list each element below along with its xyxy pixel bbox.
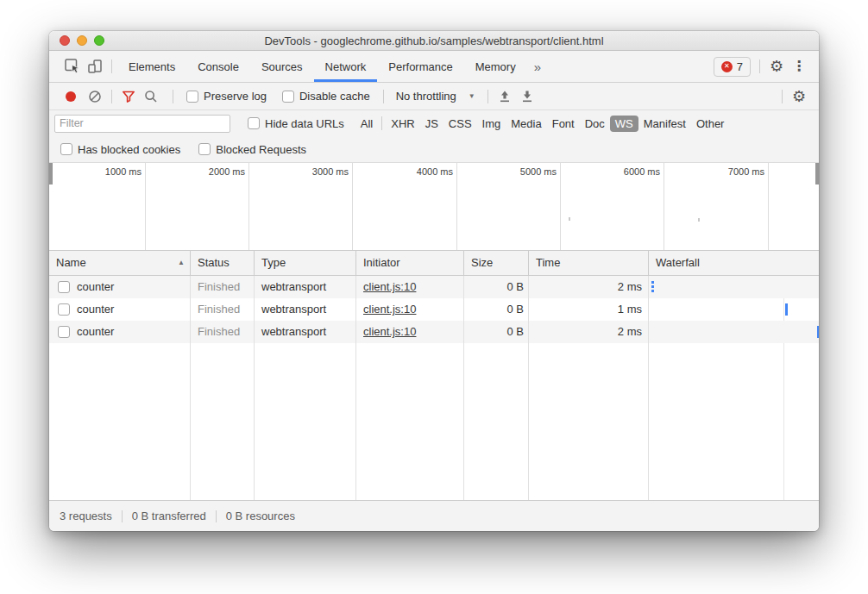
request-waterfall-cell <box>649 298 819 321</box>
filter-funnel-icon <box>122 90 135 103</box>
tab-sources[interactable]: Sources <box>250 52 314 82</box>
row-checkbox[interactable] <box>58 326 70 338</box>
hide-data-urls-checkbox[interactable]: Hide data URLs <box>248 117 344 130</box>
inspect-element-button[interactable] <box>61 55 84 78</box>
clear-button[interactable] <box>84 85 106 108</box>
row-checkbox[interactable] <box>58 303 70 316</box>
column-divider[interactable] <box>355 276 356 500</box>
has-blocked-cookies-checkbox[interactable]: Has blocked cookies <box>60 143 180 156</box>
filter-type-font[interactable]: Font <box>547 116 580 132</box>
request-time-cell: 1 ms <box>529 298 649 321</box>
filter-type-manifest[interactable]: Manifest <box>638 116 691 132</box>
request-mark <box>569 217 570 221</box>
column-divider[interactable] <box>190 276 191 500</box>
tab-performance[interactable]: Performance <box>377 52 463 82</box>
waterfall-bar[interactable] <box>817 326 819 338</box>
table-row[interactable]: counter Finished webtransport client.js:… <box>49 321 819 343</box>
search-icon <box>144 90 158 103</box>
request-time-cell: 2 ms <box>529 321 649 343</box>
filter-type-other[interactable]: Other <box>691 116 730 132</box>
device-toolbar-icon <box>86 58 104 75</box>
row-checkbox[interactable] <box>58 281 70 293</box>
initiator-link[interactable]: client.js:10 <box>363 303 416 316</box>
column-header-waterfall[interactable]: Waterfall <box>649 251 819 275</box>
column-divider[interactable] <box>528 276 529 500</box>
record-button[interactable] <box>66 91 76 102</box>
blocked-requests-checkbox[interactable]: Blocked Requests <box>198 143 306 156</box>
waterfall-bar[interactable] <box>785 303 788 316</box>
tick-label: 2000 ms <box>171 166 245 177</box>
filter-input[interactable] <box>54 115 230 133</box>
network-overview-timeline[interactable]: 1000 ms 2000 ms 3000 ms 4000 ms 5000 ms … <box>49 163 819 251</box>
column-divider[interactable] <box>648 276 649 500</box>
main-menu-button[interactable]: ⋮ <box>788 55 810 78</box>
minimize-window-button[interactable] <box>77 35 87 46</box>
gridline <box>456 163 457 250</box>
table-row[interactable]: counter Finished webtransport client.js:… <box>49 298 819 321</box>
hide-data-urls-label: Hide data URLs <box>265 117 344 130</box>
column-header-time[interactable]: Time <box>529 251 649 275</box>
waterfall-bar[interactable] <box>651 281 654 293</box>
tab-console[interactable]: Console <box>186 52 250 82</box>
summary-status-bar: 3 requests 0 B transferred 0 B resources <box>49 500 819 531</box>
filter-type-doc[interactable]: Doc <box>580 116 610 132</box>
blocked-requests-label: Blocked Requests <box>216 143 306 156</box>
filter-type-ws[interactable]: WS <box>610 116 638 132</box>
close-window-button[interactable] <box>60 35 70 46</box>
request-type-cell: webtransport <box>255 321 356 343</box>
settings-button[interactable]: ⚙ <box>765 55 788 78</box>
tab-network[interactable]: Network <box>314 52 378 82</box>
devtools-window: DevTools - googlechrome.github.io/sample… <box>49 31 819 531</box>
request-size-cell: 0 B <box>464 298 529 321</box>
column-header-initiator[interactable]: Initiator <box>356 251 464 275</box>
request-initiator-cell: client.js:10 <box>356 298 464 321</box>
gridline <box>664 163 664 250</box>
filter-type-js[interactable]: JS <box>420 116 443 132</box>
device-toolbar-button[interactable] <box>84 55 106 78</box>
column-divider[interactable] <box>463 276 464 500</box>
chevron-down-icon: ▼ <box>469 92 475 100</box>
overview-right-handle[interactable] <box>815 163 819 184</box>
search-button[interactable] <box>140 85 162 108</box>
divider <box>111 59 112 73</box>
column-header-name[interactable]: Name ▲ <box>49 251 191 275</box>
filter-type-css[interactable]: CSS <box>443 116 477 132</box>
tick-label: 6000 ms <box>586 166 660 177</box>
filter-bar: Hide data URLs All XHR JS CSS Img Media … <box>49 110 819 136</box>
tick-label: 7000 ms <box>690 166 764 177</box>
initiator-link[interactable]: client.js:10 <box>363 325 416 338</box>
filter-type-img[interactable]: Img <box>477 116 506 132</box>
zoom-window-button[interactable] <box>94 35 104 46</box>
tab-elements[interactable]: Elements <box>117 52 186 82</box>
disable-cache-checkbox[interactable]: Disable cache <box>282 90 370 103</box>
divider <box>173 90 173 103</box>
divider <box>381 116 382 130</box>
tab-memory[interactable]: Memory <box>464 52 527 82</box>
requests-count: 3 requests <box>60 510 112 522</box>
filter-type-xhr[interactable]: XHR <box>386 116 419 132</box>
initiator-link[interactable]: client.js:10 <box>363 280 416 293</box>
more-tabs-button[interactable]: » <box>527 59 548 74</box>
requests-table-header: Name ▲ Status Type Initiator Size Time W… <box>49 251 819 276</box>
filter-type-media[interactable]: Media <box>506 116 546 132</box>
error-badge[interactable]: ✕ 7 <box>714 57 751 77</box>
divider <box>759 59 760 73</box>
tick-label: 5000 ms <box>482 166 557 177</box>
filter-toggle-button[interactable] <box>117 85 140 108</box>
request-initiator-cell: client.js:10 <box>356 276 464 298</box>
table-row[interactable]: counter Finished webtransport client.js:… <box>49 276 819 298</box>
request-name-cell: counter <box>49 276 191 298</box>
filter-type-all[interactable]: All <box>355 116 378 132</box>
export-har-button[interactable] <box>516 85 538 108</box>
preserve-log-checkbox[interactable]: Preserve log <box>186 90 267 103</box>
import-har-button[interactable] <box>494 85 516 108</box>
column-header-status[interactable]: Status <box>191 251 255 275</box>
column-divider[interactable] <box>254 276 255 500</box>
request-waterfall-cell <box>649 321 819 343</box>
request-time-cell: 2 ms <box>529 276 649 298</box>
column-header-size[interactable]: Size <box>464 251 529 275</box>
network-settings-button[interactable]: ⚙ <box>788 85 810 108</box>
column-header-type[interactable]: Type <box>255 251 356 275</box>
overview-left-handle[interactable] <box>49 163 53 184</box>
throttling-dropdown[interactable]: No throttling ▼ <box>396 90 475 103</box>
